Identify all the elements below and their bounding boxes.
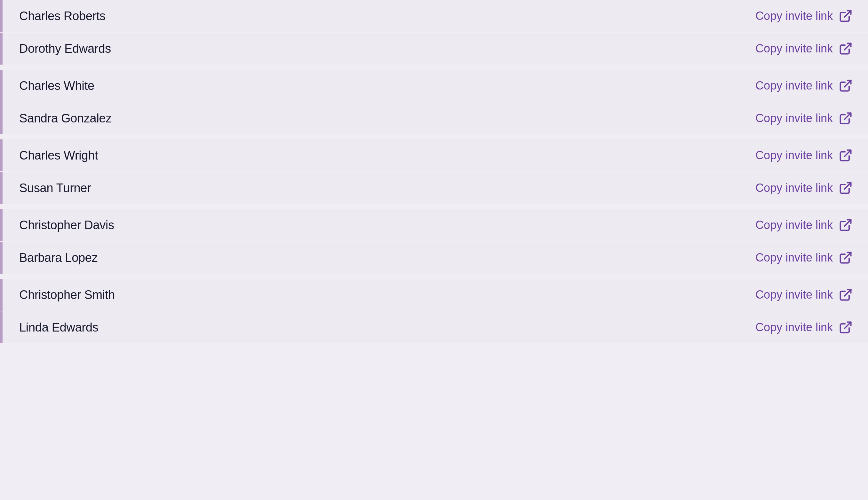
list-item: Dorothy EdwardsCopy invite link [0,33,868,65]
svg-line-1 [844,44,851,50]
item-actions: Copy invite link [755,288,853,302]
item-actions: Copy invite link [755,181,853,195]
svg-line-7 [844,252,851,259]
list-item: Christopher SmithCopy invite link [0,279,868,311]
copy-link-icon[interactable] [838,288,853,302]
copy-link-icon[interactable] [838,79,853,93]
copy-invite-link-button[interactable]: Copy invite link [755,149,833,162]
svg-line-2 [844,81,851,87]
copy-invite-link-button[interactable]: Copy invite link [755,321,833,334]
copy-link-icon[interactable] [838,9,853,23]
group-divider [0,67,868,70]
user-name: Charles Wright [19,149,98,162]
user-name: Charles Roberts [19,9,105,23]
user-name: Barbara Lopez [19,251,98,265]
list-item: Charles WhiteCopy invite link [0,70,868,102]
item-actions: Copy invite link [755,79,853,93]
copy-invite-link-button[interactable]: Copy invite link [755,181,833,195]
user-list: Charles RobertsCopy invite link Dorothy … [0,0,868,343]
list-item: Susan TurnerCopy invite link [0,172,868,204]
item-actions: Copy invite link [755,320,853,334]
item-actions: Copy invite link [755,251,853,265]
group-1: Charles RobertsCopy invite link Dorothy … [0,0,868,65]
user-name: Sandra Gonzalez [19,112,112,125]
svg-line-9 [844,322,851,329]
list-item: Charles RobertsCopy invite link [0,0,868,32]
svg-line-0 [844,11,851,17]
group-divider [0,206,868,209]
copy-invite-link-button[interactable]: Copy invite link [755,288,833,302]
svg-line-4 [844,150,851,157]
item-actions: Copy invite link [755,42,853,56]
copy-link-icon[interactable] [838,251,853,265]
list-item: Barbara LopezCopy invite link [0,242,868,274]
svg-line-5 [844,183,851,189]
list-item: Charles WrightCopy invite link [0,139,868,171]
group-4: Christopher DavisCopy invite link Barbar… [0,209,868,274]
group-2: Charles WhiteCopy invite link Sandra Gon… [0,70,868,134]
group-divider [0,275,868,279]
item-actions: Copy invite link [755,9,853,23]
user-name: Dorothy Edwards [19,42,111,56]
user-name: Susan Turner [19,181,91,195]
copy-link-icon[interactable] [838,111,853,125]
item-actions: Copy invite link [755,148,853,162]
copy-link-icon[interactable] [838,181,853,195]
user-name: Christopher Smith [19,288,115,302]
copy-invite-link-button[interactable]: Copy invite link [755,251,833,264]
copy-link-icon[interactable] [838,148,853,162]
copy-invite-link-button[interactable]: Copy invite link [755,9,833,23]
group-3: Charles WrightCopy invite link Susan Tur… [0,139,868,204]
item-actions: Copy invite link [755,218,853,232]
list-item: Linda EdwardsCopy invite link [0,311,868,343]
svg-line-6 [844,220,851,226]
svg-line-8 [844,289,851,296]
user-name: Linda Edwards [19,321,98,334]
user-name: Christopher Davis [19,218,114,232]
group-divider [0,136,868,139]
copy-link-icon[interactable] [838,218,853,232]
group-5: Christopher SmithCopy invite link Linda … [0,279,868,343]
copy-invite-link-button[interactable]: Copy invite link [755,79,833,92]
svg-line-3 [844,113,851,120]
list-item: Sandra GonzalezCopy invite link [0,102,868,134]
list-item: Christopher DavisCopy invite link [0,209,868,241]
copy-link-icon[interactable] [838,320,853,334]
copy-invite-link-button[interactable]: Copy invite link [755,112,833,125]
copy-invite-link-button[interactable]: Copy invite link [755,42,833,55]
copy-link-icon[interactable] [838,42,853,56]
user-name: Charles White [19,79,94,93]
copy-invite-link-button[interactable]: Copy invite link [755,218,833,232]
item-actions: Copy invite link [755,111,853,125]
